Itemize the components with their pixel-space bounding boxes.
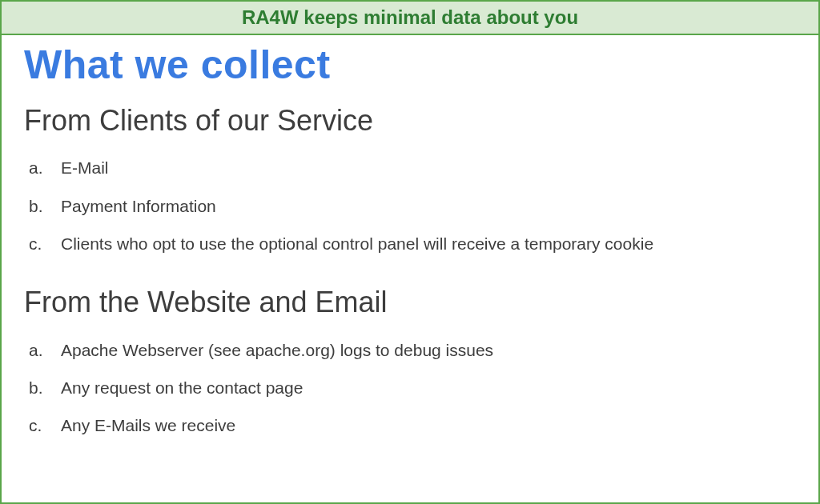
list-item: Any request on the contact page [24, 369, 796, 406]
list-item: E-Mail [24, 149, 796, 186]
section-heading-clients: From Clients of our Service [24, 103, 796, 138]
section-heading-website: From the Website and Email [24, 285, 796, 319]
page-title: What we collect [24, 43, 331, 87]
list-website: Apache Webserver (see apache.org) logs t… [24, 331, 796, 445]
list-clients: E-Mail Payment Information Clients who o… [24, 149, 796, 262]
document-frame: RA4W keeps minimal data about you What w… [0, 0, 820, 504]
list-item: Any E-Mails we receive [24, 406, 796, 444]
document-body: What we collect From Clients of our Serv… [2, 35, 818, 502]
list-item: Apache Webserver (see apache.org) logs t… [24, 331, 796, 369]
caption-banner: RA4W keeps minimal data about you [2, 2, 818, 35]
list-item: Clients who opt to use the optional cont… [24, 225, 796, 262]
list-item: Payment Information [24, 187, 796, 225]
caption-text: RA4W keeps minimal data about you [242, 6, 578, 28]
